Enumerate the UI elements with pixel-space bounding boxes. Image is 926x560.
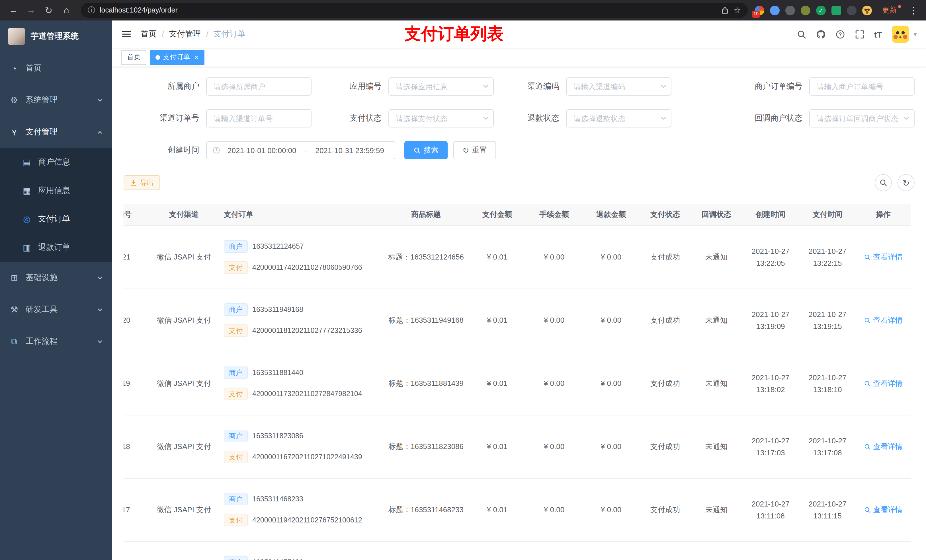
back-icon[interactable]: ←: [6, 3, 21, 18]
update-button[interactable]: 更新: [882, 5, 901, 15]
filter-merchant-order-no-input[interactable]: [809, 77, 915, 96]
breadcrumb-pay-management[interactable]: 支付管理: [169, 29, 201, 39]
update-dot: [898, 5, 901, 8]
merchant-order-no: 1635311457136: [252, 558, 303, 560]
merchant-order-no: 1635311881440: [252, 369, 303, 377]
sidebar-item-infrastructure[interactable]: ⊞ 基础设施: [0, 262, 112, 294]
ext-blue-icon[interactable]: [770, 5, 780, 15]
github-icon[interactable]: [816, 29, 826, 39]
app-logo[interactable]: 芋道管理系统: [0, 21, 112, 52]
filter-pay-status-input[interactable]: [388, 109, 494, 127]
search-icon[interactable]: [797, 29, 806, 39]
channel-order-no: 4200001181202110277723215336: [252, 327, 362, 335]
sidebar-item-dev-tools[interactable]: ⚒ 研发工具: [0, 294, 112, 326]
ext-chat-icon[interactable]: [831, 5, 841, 15]
created-time: 13:18:02: [746, 383, 796, 395]
help-icon[interactable]: [835, 29, 845, 39]
search-icon: [864, 317, 871, 323]
forward-icon[interactable]: →: [23, 3, 39, 18]
ext-dark-icon[interactable]: [785, 5, 795, 15]
extensions-puzzle-icon[interactable]: 10: [755, 5, 764, 15]
site-info-icon[interactable]: ⓘ: [88, 5, 95, 15]
ext-green-check-icon[interactable]: ✓: [816, 5, 826, 15]
pay-amount: ¥ 0.01: [487, 253, 507, 261]
sidebar-item-system[interactable]: ⚙ 系统管理: [0, 84, 112, 116]
reset-button[interactable]: ↻重置: [453, 141, 496, 159]
column-created: 创建时间: [742, 204, 799, 225]
monitor-icon: ⊞: [9, 273, 20, 283]
sidebar-item-payment[interactable]: ¥ 支付管理: [0, 116, 112, 148]
chevron-down-icon: [483, 83, 489, 90]
created-time: 13:11:08: [746, 510, 796, 522]
sidebar-item-refund-order[interactable]: ▥ 退款订单: [0, 233, 112, 262]
filter-refund-status-input[interactable]: [566, 109, 672, 127]
filter-merchant-input[interactable]: [206, 77, 312, 96]
bookmark-star-icon[interactable]: ☆: [734, 6, 741, 15]
view-detail-link[interactable]: 查看详情: [864, 378, 903, 388]
view-detail-link[interactable]: 查看详情: [864, 252, 903, 262]
filter-refund-status: [566, 109, 672, 127]
tab-home[interactable]: 首页: [121, 50, 146, 65]
browser-menu-icon[interactable]: ⋮: [906, 5, 920, 16]
chevron-down-icon: [97, 275, 103, 281]
home-icon[interactable]: ⌂: [59, 3, 74, 18]
filter-app-no-input[interactable]: [388, 77, 494, 96]
share-icon[interactable]: [721, 6, 729, 14]
filter-channel-order-no-input[interactable]: [206, 109, 312, 127]
app-title: 芋道管理系统: [31, 31, 79, 42]
paid-date: 2021-10-27: [802, 498, 853, 510]
view-detail-link[interactable]: 查看详情: [864, 441, 903, 451]
export-button[interactable]: 导出: [124, 175, 160, 190]
breadcrumb-separator: /: [206, 30, 209, 39]
sidebar-item-home[interactable]: ◔ 首页: [0, 52, 112, 84]
ext-olive-icon[interactable]: [801, 5, 810, 15]
grid-icon: ▦: [22, 186, 32, 196]
view-detail-link[interactable]: 查看详情: [864, 315, 903, 325]
chevron-down-icon: [660, 115, 667, 122]
dashboard-icon: ◔: [9, 63, 20, 73]
reload-icon[interactable]: ↻: [41, 3, 56, 18]
page-content: 所属商户 应用编号 渠道编码 商户订单编号 渠道订单号 支付状态: [112, 67, 926, 560]
search-button[interactable]: 搜索: [404, 141, 448, 159]
ext-pin-icon[interactable]: [847, 5, 856, 15]
sidebar-item-pay-order[interactable]: ◎ 支付订单: [0, 205, 112, 233]
filter-channel-code-input[interactable]: [566, 77, 672, 96]
pay-channel: 微信 JSAPI 支付: [157, 505, 211, 514]
toggle-search-button[interactable]: [875, 174, 892, 191]
created-date: 2021-10-27: [746, 245, 796, 257]
sidebar-item-app-info[interactable]: ▦ 应用信息: [0, 177, 112, 205]
channel-order-no: 4200001173202110272847982104: [252, 390, 362, 398]
filter-notify-status-input[interactable]: [809, 109, 915, 127]
date-range-input[interactable]: 2021-10-01 00:00:00 - 2021-10-31 23:59:5…: [206, 141, 395, 159]
filter-row-1: 所属商户 应用编号 渠道编码 商户订单编号: [124, 77, 915, 96]
filter-pay-status: [388, 109, 494, 127]
view-detail-link[interactable]: 查看详情: [864, 504, 903, 515]
filter-field: 渠道订单号: [124, 109, 312, 127]
breadcrumb-home[interactable]: 首页: [141, 29, 157, 39]
fullscreen-icon[interactable]: [855, 29, 864, 39]
tab-pay-order[interactable]: 支付订单×: [150, 50, 204, 65]
search-icon: [864, 380, 871, 387]
table-row: 119 微信 JSAPI 支付 商户1635311881440 支付420000…: [124, 352, 911, 415]
close-tab-icon[interactable]: ×: [194, 53, 198, 61]
sidebar-item-workflow[interactable]: ⧉ 工作流程: [0, 326, 112, 358]
address-bar[interactable]: ⓘ localhost:1024/pay/order ☆: [81, 3, 748, 18]
hamburger-icon[interactable]: [121, 29, 132, 39]
caret-down-icon[interactable]: ▾: [914, 30, 917, 38]
ext-face-icon[interactable]: [862, 5, 872, 15]
hammer-icon: ⚒: [9, 305, 20, 315]
avatar[interactable]: [892, 26, 909, 43]
chevron-down-icon: [483, 115, 489, 122]
filter-merchant: [206, 77, 312, 96]
top-navbar: 首页 / 支付管理 / 支付订单 支付订单列表 tT ▾: [112, 21, 926, 48]
pay-channel: 微信 JSAPI 支付: [157, 252, 211, 261]
chevron-down-icon: [97, 97, 103, 103]
sidebar-item-merchant-info[interactable]: ▤ 商户信息: [0, 148, 112, 177]
font-size-icon[interactable]: tT: [874, 29, 882, 39]
table-row: 121 微信 JSAPI 支付 商户1635312124657 支付420000…: [124, 225, 911, 288]
product-title: 标题：1635311881439: [388, 379, 464, 387]
refresh-table-button[interactable]: ↻: [897, 174, 915, 191]
merchant-order-no: 1635312124657: [252, 242, 304, 251]
paid-date: 2021-10-27: [802, 308, 853, 320]
pay-status: 支付成功: [651, 315, 680, 324]
